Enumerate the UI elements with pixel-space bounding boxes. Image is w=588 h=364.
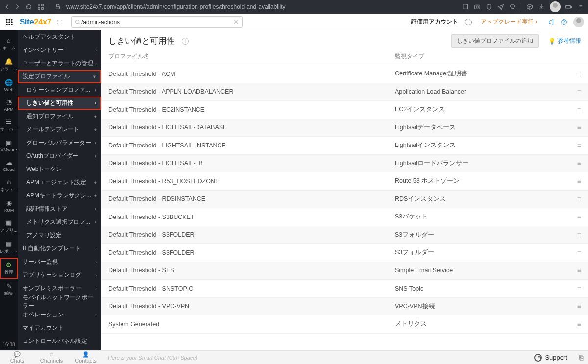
sidebar-item-17[interactable]: サーバー監視› xyxy=(18,255,101,268)
table-row[interactable]: Default Threshold - R53_HOSTEDZONERoute … xyxy=(101,172,588,191)
heart-icon[interactable] xyxy=(509,3,516,10)
sidebar-item-16[interactable]: IT自動化テンプレート› xyxy=(18,242,101,255)
user-avatar[interactable] xyxy=(573,17,584,27)
apps-grid-icon[interactable] xyxy=(37,3,44,10)
row-menu-icon[interactable]: ≡ xyxy=(577,302,581,310)
apps-launcher-icon[interactable] xyxy=(4,17,15,27)
table-row[interactable]: Default Threshold - LIGHTSAIL-LBLightsai… xyxy=(101,155,588,173)
add-profile-button[interactable]: しきい値プロファイルの追加 xyxy=(451,34,539,48)
rail-item-6[interactable]: ☁Cloud xyxy=(0,155,18,175)
smart-chat-hint[interactable]: Here is your Smart Chat (Ctrl+Space) xyxy=(103,355,527,361)
logo[interactable]: Site24x7 xyxy=(20,17,51,27)
rail-item-8[interactable]: ◉RUM xyxy=(0,196,18,216)
row-menu-icon[interactable]: ≡ xyxy=(577,195,581,203)
rail-item-11[interactable]: ⚙管理 xyxy=(0,258,18,279)
send-icon[interactable] xyxy=(497,3,504,10)
row-menu-icon[interactable]: ≡ xyxy=(577,249,581,257)
expand-icon[interactable] xyxy=(56,19,63,25)
table-row[interactable]: Default Threshold - S3FOLDERS3フォルダー≡ xyxy=(101,226,588,244)
sidebar-item-20[interactable]: モバイルネットワークポーラー xyxy=(18,295,101,308)
download-icon[interactable] xyxy=(538,3,545,10)
popout-icon[interactable]: ⎘ xyxy=(574,354,588,362)
row-menu-icon[interactable]: ≡ xyxy=(577,213,581,221)
row-menu-icon[interactable]: ≡ xyxy=(577,123,581,131)
sidebar-item-12[interactable]: APMキートランザクシ...+ xyxy=(18,189,101,202)
sidebar-item-15[interactable]: アノマリ設定 xyxy=(18,229,101,242)
table-row[interactable]: Default Threshold - SNSTOPICSNS Topic≡ xyxy=(101,280,588,298)
row-menu-icon[interactable]: ≡ xyxy=(577,88,581,96)
rail-item-10[interactable]: ▤レポート xyxy=(0,237,18,258)
contacts-tab[interactable]: 👤Contacts xyxy=(69,352,103,364)
rail-item-7[interactable]: ⋔ネット... xyxy=(0,175,18,196)
sidebar-item-10[interactable]: Webトークン xyxy=(18,163,101,176)
table-row[interactable]: System Generatedメトリクス≡ xyxy=(101,315,588,334)
sidebar-item-11[interactable]: APMエージェント設定+ xyxy=(18,176,101,189)
table-row[interactable]: Default Threshold - S3BUCKETS3バケット≡ xyxy=(101,208,588,226)
info-icon[interactable]: i xyxy=(465,19,472,25)
table-row[interactable]: Default Threshold - RDSINSTANCERDSインスタンス… xyxy=(101,191,588,209)
sidebar-item-0[interactable]: ヘルプアシスタント xyxy=(18,30,101,44)
rail-item-4[interactable]: ☰サーバー xyxy=(0,115,18,136)
col-monitor-type[interactable]: 監視タイプ xyxy=(395,52,566,61)
row-menu-icon[interactable]: ≡ xyxy=(577,106,581,114)
rail-item-0[interactable]: ⌂ホーム xyxy=(0,33,18,54)
search-input-wrap[interactable]: ✕ xyxy=(71,16,243,28)
table-row[interactable]: Default Threshold - VPC-VPNVPC-VPN接続≡ xyxy=(101,298,588,316)
row-menu-icon[interactable]: ≡ xyxy=(577,231,581,239)
search-input[interactable] xyxy=(81,19,232,25)
sidebar-item-22[interactable]: マイアカウント xyxy=(18,321,101,335)
shield-icon[interactable] xyxy=(486,3,492,10)
sidebar-item-4[interactable]: ロケーションプロファ...+ xyxy=(18,83,101,97)
sidebar-item-14[interactable]: メトリクス選択プロフ...+ xyxy=(18,216,101,229)
camera-icon[interactable] xyxy=(474,3,481,10)
battery-icon[interactable] xyxy=(565,3,572,10)
back-icon[interactable] xyxy=(4,3,11,10)
row-menu-icon[interactable]: ≡ xyxy=(577,267,581,274)
rail-item-1[interactable]: 🔔アラート xyxy=(0,54,18,75)
row-menu-icon[interactable]: ≡ xyxy=(577,320,581,328)
url-bar[interactable]: www.site24x7.com/app/client#/admin/confi… xyxy=(66,3,457,10)
table-row[interactable]: Default Threshold - LIGHTSAIL-DATABASELi… xyxy=(101,119,588,137)
rail-item-3[interactable]: ◔APM xyxy=(0,95,18,115)
forward-icon[interactable] xyxy=(14,3,21,10)
help-icon[interactable] xyxy=(561,19,567,25)
announce-icon[interactable] xyxy=(548,19,555,25)
sidebar-item-3[interactable]: 設定プロファイル▼ xyxy=(18,70,101,83)
rail-item-12[interactable]: ✎編集 xyxy=(0,279,18,300)
info-icon[interactable]: i xyxy=(182,38,189,45)
sidebar-item-23[interactable]: コントロールパネル設定 xyxy=(18,335,101,348)
table-row[interactable]: Default Threshold - SESSimple Email Serv… xyxy=(101,262,588,280)
table-row[interactable]: Default Threshold - ACMCertificate Manag… xyxy=(101,65,588,83)
cube-icon[interactable] xyxy=(526,3,533,10)
support-button[interactable]: Support xyxy=(527,354,574,362)
reload-icon[interactable] xyxy=(25,3,32,10)
sidebar-item-2[interactable]: ユーザーとアラートの管理› xyxy=(18,57,101,70)
row-menu-icon[interactable]: ≡ xyxy=(577,70,581,78)
row-menu-icon[interactable]: ≡ xyxy=(577,177,581,185)
rail-item-2[interactable]: 🌐Web xyxy=(0,75,18,95)
rail-item-9[interactable]: ▦アプリ... xyxy=(0,216,18,237)
edit-icon[interactable] xyxy=(462,3,469,10)
channels-tab[interactable]: ＃Channels xyxy=(34,352,69,364)
avatar[interactable] xyxy=(550,1,561,12)
table-row[interactable]: Default Threshold - LIGHTSAIL-INSTANCELi… xyxy=(101,137,588,155)
row-menu-icon[interactable]: ≡ xyxy=(577,142,581,149)
clear-icon[interactable]: ✕ xyxy=(232,19,239,25)
sidebar-item-1[interactable]: インベントリー› xyxy=(18,44,101,57)
row-menu-icon[interactable]: ≡ xyxy=(577,285,581,292)
reference-link[interactable]: 💡 参考情報 xyxy=(548,37,581,45)
sidebar-item-9[interactable]: OAuthプロバイダー+ xyxy=(18,149,101,163)
rail-item-5[interactable]: ▣VMware xyxy=(0,136,18,155)
sidebar-item-24[interactable]: サブスクリプション xyxy=(18,348,101,350)
sidebar-item-6[interactable]: 通知プロファイル+ xyxy=(18,110,101,123)
chats-tab[interactable]: 💬Chats xyxy=(0,352,34,364)
row-menu-icon[interactable]: ≡ xyxy=(577,159,581,167)
table-row[interactable]: Default Threshold - EC2INSTANCEEC2インスタンス… xyxy=(101,101,588,119)
sidebar-item-7[interactable]: メールテンプレート+ xyxy=(18,123,101,136)
sidebar-item-8[interactable]: グローバルパラメーター+ xyxy=(18,136,101,149)
table-row[interactable]: Default Threshold - S3FOLDERS3フォルダー≡ xyxy=(101,244,588,262)
sidebar-item-13[interactable]: 認証情報ストア+ xyxy=(18,202,101,216)
upgrade-link[interactable]: アップグレード実行 › xyxy=(481,18,537,26)
sidebar-item-18[interactable]: アプリケーションログ› xyxy=(18,268,101,282)
sidebar-item-5[interactable]: しきい値と可用性+ xyxy=(18,97,101,110)
